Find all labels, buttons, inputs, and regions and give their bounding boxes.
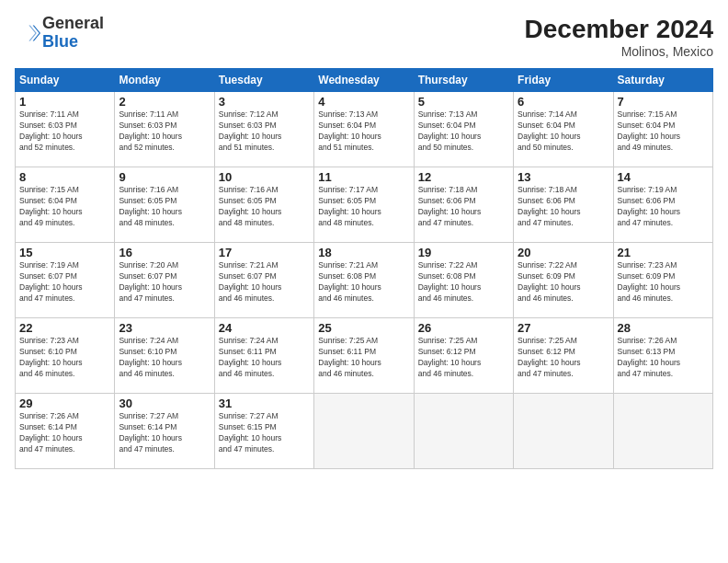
day-info: Sunrise: 7:21 AM Sunset: 6:07 PM Dayligh… <box>219 260 310 304</box>
calendar-cell: 2Sunrise: 7:11 AM Sunset: 6:03 PM Daylig… <box>115 92 214 167</box>
header-sunday: Sunday <box>16 69 115 92</box>
calendar-cell: 4Sunrise: 7:13 AM Sunset: 6:04 PM Daylig… <box>314 92 414 167</box>
day-info: Sunrise: 7:24 AM Sunset: 6:11 PM Dayligh… <box>219 336 310 380</box>
calendar-cell: 19Sunrise: 7:22 AM Sunset: 6:08 PM Dayli… <box>414 243 513 318</box>
calendar-cell: 15Sunrise: 7:19 AM Sunset: 6:07 PM Dayli… <box>16 243 115 318</box>
calendar-week-2: 8Sunrise: 7:15 AM Sunset: 6:04 PM Daylig… <box>16 167 713 243</box>
day-number: 16 <box>119 246 210 259</box>
header-thursday: Thursday <box>414 69 513 92</box>
calendar-cell: 1Sunrise: 7:11 AM Sunset: 6:03 PM Daylig… <box>16 92 115 167</box>
day-info: Sunrise: 7:23 AM Sunset: 6:09 PM Dayligh… <box>618 260 709 304</box>
day-number: 7 <box>618 95 709 109</box>
calendar-cell: 30Sunrise: 7:27 AM Sunset: 6:14 PM Dayli… <box>115 394 214 469</box>
day-info: Sunrise: 7:17 AM Sunset: 6:05 PM Dayligh… <box>318 185 409 229</box>
calendar-week-1: 1Sunrise: 7:11 AM Sunset: 6:03 PM Daylig… <box>16 92 713 167</box>
day-info: Sunrise: 7:16 AM Sunset: 6:05 PM Dayligh… <box>219 185 310 229</box>
day-info: Sunrise: 7:26 AM Sunset: 6:13 PM Dayligh… <box>618 336 709 380</box>
day-number: 6 <box>518 95 609 109</box>
day-number: 13 <box>518 170 609 184</box>
day-info: Sunrise: 7:25 AM Sunset: 6:12 PM Dayligh… <box>518 336 609 380</box>
calendar-cell: 28Sunrise: 7:26 AM Sunset: 6:13 PM Dayli… <box>613 318 712 394</box>
day-number: 2 <box>119 95 210 109</box>
calendar-cell: 22Sunrise: 7:23 AM Sunset: 6:10 PM Dayli… <box>16 318 115 394</box>
header-monday: Monday <box>115 69 214 92</box>
calendar-cell: 23Sunrise: 7:24 AM Sunset: 6:10 PM Dayli… <box>115 318 214 394</box>
day-info: Sunrise: 7:23 AM Sunset: 6:10 PM Dayligh… <box>19 336 110 380</box>
day-number: 30 <box>119 396 210 410</box>
calendar-cell <box>414 394 513 469</box>
title-block: December 2024 Molinos, Mexico <box>525 15 713 59</box>
calendar-cell: 11Sunrise: 7:17 AM Sunset: 6:05 PM Dayli… <box>314 167 414 243</box>
page: General Blue December 2024 Molinos, Mexi… <box>0 0 728 563</box>
day-info: Sunrise: 7:13 AM Sunset: 6:04 PM Dayligh… <box>418 109 509 154</box>
calendar-cell: 18Sunrise: 7:21 AM Sunset: 6:08 PM Dayli… <box>314 243 414 318</box>
day-info: Sunrise: 7:19 AM Sunset: 6:06 PM Dayligh… <box>618 185 709 229</box>
calendar-cell: 14Sunrise: 7:19 AM Sunset: 6:06 PM Dayli… <box>613 167 712 243</box>
day-info: Sunrise: 7:16 AM Sunset: 6:05 PM Dayligh… <box>119 185 210 229</box>
calendar-cell: 25Sunrise: 7:25 AM Sunset: 6:11 PM Dayli… <box>314 318 414 394</box>
day-info: Sunrise: 7:22 AM Sunset: 6:09 PM Dayligh… <box>518 260 609 304</box>
day-number: 27 <box>518 321 609 335</box>
calendar-cell: 9Sunrise: 7:16 AM Sunset: 6:05 PM Daylig… <box>115 167 214 243</box>
calendar-header-row: Sunday Monday Tuesday Wednesday Thursday… <box>16 69 713 92</box>
day-number: 31 <box>219 396 310 410</box>
calendar-cell: 3Sunrise: 7:12 AM Sunset: 6:03 PM Daylig… <box>214 92 313 167</box>
day-info: Sunrise: 7:18 AM Sunset: 6:06 PM Dayligh… <box>418 185 509 229</box>
header-friday: Friday <box>514 69 613 92</box>
day-info: Sunrise: 7:21 AM Sunset: 6:08 PM Dayligh… <box>318 260 409 304</box>
day-number: 23 <box>119 321 210 335</box>
day-info: Sunrise: 7:13 AM Sunset: 6:04 PM Dayligh… <box>318 109 409 154</box>
header-wednesday: Wednesday <box>314 69 414 92</box>
day-number: 22 <box>19 321 110 335</box>
calendar-cell: 12Sunrise: 7:18 AM Sunset: 6:06 PM Dayli… <box>414 167 513 243</box>
day-number: 20 <box>518 246 609 259</box>
calendar-table: Sunday Monday Tuesday Wednesday Thursday… <box>15 68 713 469</box>
calendar-cell: 5Sunrise: 7:13 AM Sunset: 6:04 PM Daylig… <box>414 92 513 167</box>
day-info: Sunrise: 7:11 AM Sunset: 6:03 PM Dayligh… <box>19 109 110 154</box>
day-number: 4 <box>318 95 409 109</box>
day-info: Sunrise: 7:27 AM Sunset: 6:15 PM Dayligh… <box>219 411 310 455</box>
logo-text: General Blue <box>42 15 104 52</box>
calendar-cell <box>613 394 712 469</box>
logo-general: General <box>42 14 104 32</box>
header-saturday: Saturday <box>613 69 712 92</box>
calendar-cell: 6Sunrise: 7:14 AM Sunset: 6:04 PM Daylig… <box>514 92 613 167</box>
calendar-cell <box>314 394 414 469</box>
day-number: 12 <box>418 170 509 184</box>
day-info: Sunrise: 7:14 AM Sunset: 6:04 PM Dayligh… <box>518 109 609 154</box>
calendar-cell: 16Sunrise: 7:20 AM Sunset: 6:07 PM Dayli… <box>115 243 214 318</box>
day-number: 1 <box>19 95 110 109</box>
day-number: 8 <box>19 170 110 184</box>
day-number: 28 <box>618 321 709 335</box>
logo-blue: Blue <box>42 32 78 51</box>
calendar-week-3: 15Sunrise: 7:19 AM Sunset: 6:07 PM Dayli… <box>16 243 713 318</box>
calendar-cell: 8Sunrise: 7:15 AM Sunset: 6:04 PM Daylig… <box>16 167 115 243</box>
calendar-cell: 17Sunrise: 7:21 AM Sunset: 6:07 PM Dayli… <box>214 243 313 318</box>
header: General Blue December 2024 Molinos, Mexi… <box>15 15 713 59</box>
day-number: 14 <box>618 170 709 184</box>
day-number: 5 <box>418 95 509 109</box>
header-tuesday: Tuesday <box>214 69 313 92</box>
day-info: Sunrise: 7:15 AM Sunset: 6:04 PM Dayligh… <box>618 109 709 154</box>
day-info: Sunrise: 7:24 AM Sunset: 6:10 PM Dayligh… <box>119 336 210 380</box>
calendar-cell: 29Sunrise: 7:26 AM Sunset: 6:14 PM Dayli… <box>16 394 115 469</box>
day-number: 25 <box>318 321 409 335</box>
day-number: 19 <box>418 246 509 259</box>
day-info: Sunrise: 7:22 AM Sunset: 6:08 PM Dayligh… <box>418 260 509 304</box>
day-number: 18 <box>318 246 409 259</box>
calendar-subtitle: Molinos, Mexico <box>525 44 713 59</box>
day-info: Sunrise: 7:12 AM Sunset: 6:03 PM Dayligh… <box>219 109 310 154</box>
day-number: 15 <box>19 246 110 259</box>
day-info: Sunrise: 7:11 AM Sunset: 6:03 PM Dayligh… <box>119 109 210 154</box>
day-number: 11 <box>318 170 409 184</box>
calendar-cell: 31Sunrise: 7:27 AM Sunset: 6:15 PM Dayli… <box>214 394 313 469</box>
calendar-cell: 21Sunrise: 7:23 AM Sunset: 6:09 PM Dayli… <box>613 243 712 318</box>
calendar-cell: 24Sunrise: 7:24 AM Sunset: 6:11 PM Dayli… <box>214 318 313 394</box>
day-number: 10 <box>219 170 310 184</box>
day-info: Sunrise: 7:27 AM Sunset: 6:14 PM Dayligh… <box>119 411 210 455</box>
calendar-cell: 26Sunrise: 7:25 AM Sunset: 6:12 PM Dayli… <box>414 318 513 394</box>
day-number: 3 <box>219 95 310 109</box>
day-info: Sunrise: 7:25 AM Sunset: 6:11 PM Dayligh… <box>318 336 409 380</box>
day-number: 17 <box>219 246 310 259</box>
calendar-cell: 13Sunrise: 7:18 AM Sunset: 6:06 PM Dayli… <box>514 167 613 243</box>
